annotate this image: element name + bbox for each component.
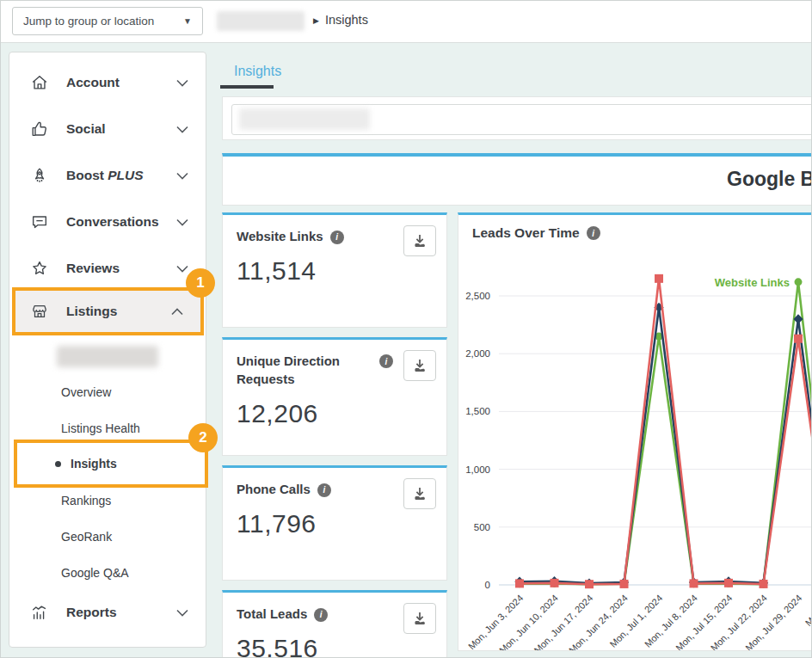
sub-item-label: Listings Health <box>61 421 140 435</box>
location-filter-input[interactable] <box>231 104 812 135</box>
sub-item-label: Insights <box>71 457 117 470</box>
tab-active-underline <box>220 85 274 89</box>
sidebar-item-conversations[interactable]: Conversations <box>9 199 206 245</box>
section-heading-panel: Google Bus <box>222 153 812 206</box>
sidebar-item-overview[interactable]: Overview <box>9 374 206 410</box>
card-value: 11,514 <box>237 256 433 286</box>
download-icon <box>411 232 428 249</box>
breadcrumb-location-redacted <box>217 11 304 31</box>
download-button[interactable] <box>403 225 436 256</box>
sidebar-item-reviews[interactable]: Reviews <box>9 245 206 292</box>
metric-card-phone-calls: Phone Callsi 11,796 <box>222 465 447 581</box>
svg-text:2,500: 2,500 <box>465 291 490 301</box>
rocket-icon <box>30 166 49 185</box>
sidebar-item-boost-plus[interactable]: Boost PLUS <box>9 152 206 199</box>
chart-series-label: Website Links <box>715 276 790 289</box>
caret-down-icon: ▼ <box>183 16 192 26</box>
sub-item-label: GeoRank <box>61 530 112 544</box>
app-root: { "topbar": { "jump_dropdown": "Jump to … <box>0 0 812 658</box>
card-value: 11,796 <box>237 509 433 538</box>
active-bullet-icon <box>55 461 61 467</box>
download-icon <box>411 357 428 374</box>
card-title: Phone Callsi <box>237 480 370 498</box>
metric-card-website-links: Website Linksi 11,514 <box>222 212 447 328</box>
info-icon[interactable]: i <box>317 483 331 497</box>
sidebar-item-listings[interactable]: Listings <box>15 291 200 332</box>
jump-to-group-dropdown[interactable]: Jump to group or location ▼ <box>12 7 203 35</box>
filter-chip-redacted <box>239 108 370 130</box>
sidebar-item-google-qa[interactable]: Google Q&A <box>9 555 206 591</box>
sidebar-item-label: Social <box>66 121 106 137</box>
thumbs-up-icon <box>30 120 49 138</box>
card-title: Website Linksi <box>237 227 370 245</box>
card-value: 35,516 <box>237 634 433 658</box>
chevron-down-icon <box>176 79 188 87</box>
jump-dropdown-label: Jump to group or location <box>23 15 154 28</box>
sidebar-item-listings-health[interactable]: Listings Health <box>9 410 206 446</box>
download-button[interactable] <box>403 478 436 509</box>
sub-item-label: Rankings <box>61 494 111 507</box>
sidebar-item-label: Boost PLUS <box>66 168 144 183</box>
download-button[interactable] <box>403 603 436 634</box>
breadcrumb-arrow-icon: ▶ <box>313 15 319 25</box>
svg-text:2,000: 2,000 <box>465 348 490 359</box>
svg-text:500: 500 <box>474 522 490 532</box>
sidebar-item-label: Account <box>66 75 120 90</box>
info-icon[interactable]: i <box>330 231 344 244</box>
leads-over-time-chart-card: Leads Over Timei 05001,0001,5002,0002,50… <box>458 212 812 651</box>
sub-item-label: Google Q&A <box>61 566 129 580</box>
filter-bar <box>222 96 812 140</box>
chevron-down-icon <box>176 218 188 226</box>
download-icon <box>411 610 428 627</box>
svg-text:1,000: 1,000 <box>465 464 490 475</box>
sidebar-item-account[interactable]: Account <box>9 59 206 106</box>
sidebar-nav: Account Social Boost PLUS Conversations … <box>9 52 206 648</box>
sidebar-item-insights-active[interactable]: Insights <box>17 443 205 484</box>
star-icon <box>30 259 49 278</box>
card-title: Total Leadsi <box>237 605 370 623</box>
top-bar: Jump to group or location ▼ ▶ Insights <box>0 0 812 43</box>
boost-plus-suffix: PLUS <box>108 168 143 182</box>
svg-text:Mon, Aug: Mon, Aug <box>803 593 812 628</box>
sidebar-item-label: Reviews <box>66 261 120 276</box>
sidebar-item-label: Conversations <box>66 214 159 230</box>
storefront-icon <box>30 302 49 321</box>
breadcrumb: ▶ Insights <box>313 13 368 27</box>
leads-over-time-chart: 05001,0001,5002,0002,500Mon, Jun 3, 2024… <box>458 215 812 650</box>
chevron-up-icon <box>171 308 183 316</box>
breadcrumb-current: Insights <box>325 13 368 27</box>
svg-text:0: 0 <box>485 580 490 590</box>
chat-icon <box>30 212 49 231</box>
sidebar-item-georank[interactable]: GeoRank <box>9 519 206 555</box>
chevron-down-icon <box>176 126 188 133</box>
metric-card-total-leads: Total Leadsi 35,516 <box>222 590 447 658</box>
sidebar-item-label: Reports <box>66 605 117 620</box>
bar-chart-icon <box>30 603 49 622</box>
sidebar-subitem-redacted <box>57 346 158 367</box>
chevron-down-icon <box>176 265 188 273</box>
info-icon[interactable]: i <box>379 354 393 368</box>
annotation-step-1-badge: 1 <box>186 268 215 298</box>
sidebar-item-label: Listings <box>66 304 117 319</box>
sidebar-item-reports[interactable]: Reports <box>9 589 206 636</box>
svg-text:1,500: 1,500 <box>465 406 490 416</box>
sidebar-item-social[interactable]: Social <box>9 106 206 152</box>
download-button[interactable] <box>403 350 436 381</box>
chevron-down-icon <box>176 172 188 180</box>
card-title: Unique Direction Requests <box>237 352 370 388</box>
info-icon[interactable]: i <box>314 608 328 622</box>
download-icon <box>411 485 428 502</box>
home-icon <box>30 73 49 92</box>
chevron-down-icon <box>176 609 188 617</box>
card-value: 12,206 <box>237 399 433 428</box>
metric-card-unique-direction-requests: Unique Direction Requests i 12,206 <box>222 337 447 456</box>
tab-insights[interactable]: Insights <box>234 64 281 79</box>
annotation-step-2-badge: 2 <box>188 423 218 452</box>
section-heading: Google Bus <box>727 168 812 191</box>
sub-item-label: Overview <box>61 385 111 399</box>
sidebar-item-rankings[interactable]: Rankings <box>9 483 206 519</box>
